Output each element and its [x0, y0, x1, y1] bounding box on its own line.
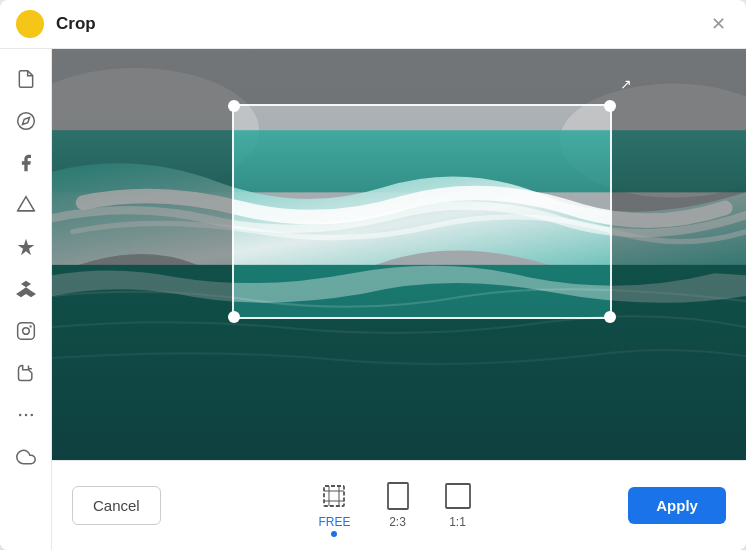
cancel-button[interactable]: Cancel — [72, 486, 161, 525]
sidebar-item-compass[interactable] — [8, 103, 44, 139]
ratio-option-free[interactable]: FREE — [318, 482, 350, 529]
square-crop-icon — [445, 482, 471, 510]
svg-point-3 — [22, 328, 29, 335]
rotate-icon: ↗ — [620, 76, 632, 92]
svg-point-6 — [24, 414, 27, 417]
crop-handle-tl[interactable] — [228, 100, 240, 112]
svg-point-4 — [30, 326, 31, 327]
crop-box[interactable]: ↗ — [232, 104, 612, 319]
image-area: ↗ — [52, 49, 746, 460]
free-crop-icon — [321, 482, 347, 510]
sparkle-icon — [16, 237, 36, 257]
cloud-icon — [16, 447, 36, 467]
dialog-title: Crop — [56, 14, 707, 34]
crop-dialog: Crop ✕ — [0, 0, 746, 550]
portrait-crop-icon — [387, 482, 409, 510]
dropbox-icon — [16, 279, 36, 299]
ratio-option-2x3[interactable]: 2:3 — [387, 482, 409, 529]
more-icon — [16, 405, 36, 425]
apply-button[interactable]: Apply — [628, 487, 726, 524]
sidebar-item-cloud[interactable] — [8, 439, 44, 475]
ratio-2x3-label: 2:3 — [389, 515, 406, 529]
evernote-icon — [16, 363, 36, 383]
close-button[interactable]: ✕ — [707, 11, 730, 37]
svg-rect-19 — [446, 484, 470, 508]
compass-icon — [16, 111, 36, 131]
bottom-toolbar: Cancel FREE — [52, 460, 746, 550]
sidebar-item-evernote[interactable] — [8, 355, 44, 391]
svg-rect-13 — [324, 486, 344, 506]
facebook-icon — [16, 153, 36, 173]
svg-point-5 — [18, 414, 21, 417]
crop-handle-tr[interactable]: ↗ — [604, 100, 616, 112]
drive-icon — [16, 195, 36, 215]
dialog-header: Crop ✕ — [0, 0, 746, 49]
dialog-body: ↗ Cancel — [0, 49, 746, 550]
sidebar-item-instagram[interactable] — [8, 313, 44, 349]
crop-handle-bl[interactable] — [228, 311, 240, 323]
sidebar-item-more[interactable] — [8, 397, 44, 433]
instagram-icon — [16, 321, 36, 341]
file-icon — [16, 69, 36, 89]
sidebar-item-file[interactable] — [8, 61, 44, 97]
crop-handle-br[interactable] — [604, 311, 616, 323]
crop-overlay: ↗ — [52, 49, 746, 460]
sidebar — [0, 49, 52, 550]
svg-point-7 — [30, 414, 33, 417]
app-logo — [16, 10, 44, 38]
close-icon: ✕ — [711, 15, 726, 33]
svg-point-0 — [17, 113, 34, 130]
main-content: ↗ Cancel — [52, 49, 746, 550]
ratio-options: FREE 2:3 — [318, 482, 470, 529]
svg-marker-1 — [22, 117, 29, 124]
free-label: FREE — [318, 515, 350, 529]
sidebar-item-dropbox[interactable] — [8, 271, 44, 307]
ratio-1x1-label: 1:1 — [449, 515, 466, 529]
sidebar-item-facebook[interactable] — [8, 145, 44, 181]
ratio-option-1x1[interactable]: 1:1 — [445, 482, 471, 529]
sidebar-item-sparkle[interactable] — [8, 229, 44, 265]
sidebar-item-drive[interactable] — [8, 187, 44, 223]
svg-rect-2 — [17, 323, 34, 340]
svg-rect-18 — [388, 483, 408, 509]
